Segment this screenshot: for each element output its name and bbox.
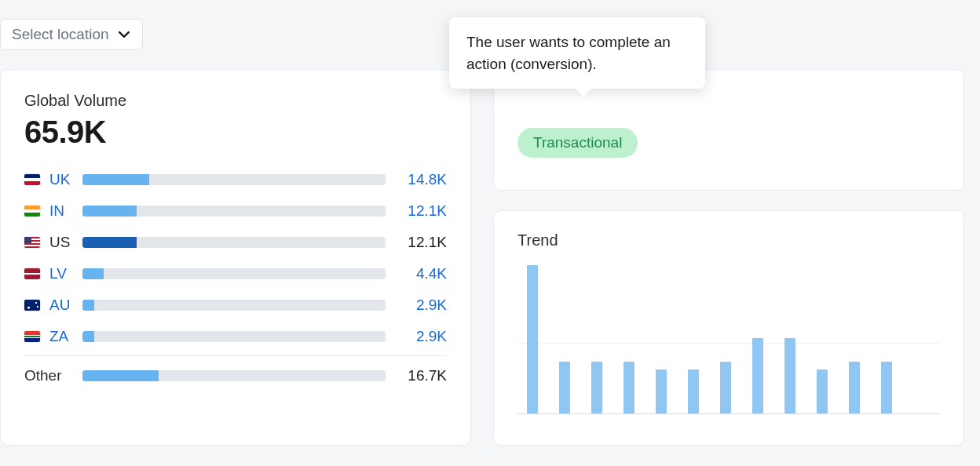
trend-title: Trend: [517, 231, 940, 249]
volume-value[interactable]: 4.4K: [395, 265, 447, 282]
volume-bar-track: [82, 206, 386, 217]
trend-card: Trend: [493, 210, 964, 446]
trend-bar[interactable]: [656, 370, 667, 413]
trend-bar[interactable]: [752, 338, 763, 413]
volume-value[interactable]: 2.9K: [395, 297, 447, 314]
volume-bar-track: [82, 300, 386, 311]
volume-bar-fill: [82, 174, 149, 185]
tooltip-text: The user wants to complete an action (co…: [466, 34, 671, 72]
volume-bar-fill: [82, 206, 137, 217]
volume-bar-fill: [82, 300, 94, 311]
trend-bar[interactable]: [817, 370, 828, 413]
volume-bar-track: [82, 268, 386, 279]
country-code[interactable]: UK: [49, 171, 73, 188]
country-row-za[interactable]: ZA2.9K: [24, 321, 447, 352]
volume-bar-track: [82, 237, 386, 248]
other-label: Other: [24, 367, 73, 384]
volume-bar-fill: [82, 370, 159, 381]
country-row-us[interactable]: US12.1K: [24, 227, 447, 258]
trend-bar[interactable]: [784, 338, 795, 413]
trend-bar[interactable]: [849, 362, 860, 413]
global-volume-total: 65.9K: [24, 115, 447, 150]
flag-au-icon: [24, 300, 40, 311]
location-select[interactable]: Select location: [0, 19, 143, 50]
trend-bar[interactable]: [881, 362, 892, 413]
global-volume-title: Global Volume: [24, 92, 447, 110]
flag-za-icon: [24, 331, 40, 342]
volume-value[interactable]: 2.9K: [395, 328, 447, 345]
country-rows: UK14.8KIN12.1KUS12.1KLV4.4KAU2.9KZA2.9KO…: [24, 164, 447, 391]
country-code[interactable]: AU: [49, 297, 73, 314]
volume-bar-fill: [82, 268, 104, 279]
location-select-label: Select location: [12, 26, 109, 43]
flag-in-icon: [24, 206, 40, 217]
country-code[interactable]: IN: [49, 202, 73, 220]
country-code: US: [49, 234, 73, 251]
volume-value: 16.7K: [395, 367, 447, 384]
country-code[interactable]: LV: [49, 265, 73, 282]
flag-us-icon: [24, 237, 40, 248]
volume-bar-fill: [82, 237, 137, 248]
chevron-down-icon: [119, 29, 130, 40]
volume-bar-track: [82, 174, 386, 185]
intent-pill[interactable]: Transactional: [517, 128, 638, 158]
trend-bar[interactable]: [559, 362, 570, 413]
volume-bar-track: [82, 331, 386, 342]
country-row-in[interactable]: IN12.1K: [24, 195, 447, 227]
volume-bar-fill: [82, 331, 94, 342]
country-row-other: Other16.7K: [24, 355, 447, 391]
volume-bar-track: [82, 370, 386, 381]
volume-value[interactable]: 14.8K: [395, 171, 447, 188]
intent-tooltip: The user wants to complete an action (co…: [449, 17, 705, 89]
flag-uk-icon: [24, 174, 40, 185]
country-code[interactable]: ZA: [49, 328, 73, 345]
global-volume-card: Global Volume 65.9K UK14.8KIN12.1KUS12.1…: [0, 69, 471, 446]
flag-lv-icon: [24, 268, 40, 279]
volume-value: 12.1K: [395, 234, 447, 251]
trend-bar[interactable]: [623, 362, 634, 413]
trend-bars: [517, 257, 940, 413]
trend-bar[interactable]: [591, 362, 602, 413]
country-row-uk[interactable]: UK14.8K: [24, 164, 447, 195]
volume-value[interactable]: 12.1K: [395, 202, 447, 220]
country-row-au[interactable]: AU2.9K: [24, 289, 447, 321]
trend-bar[interactable]: [720, 362, 731, 413]
trend-chart: [517, 257, 940, 414]
trend-bar[interactable]: [527, 265, 538, 413]
trend-bar[interactable]: [688, 370, 699, 413]
country-row-lv[interactable]: LV4.4K: [24, 258, 447, 289]
